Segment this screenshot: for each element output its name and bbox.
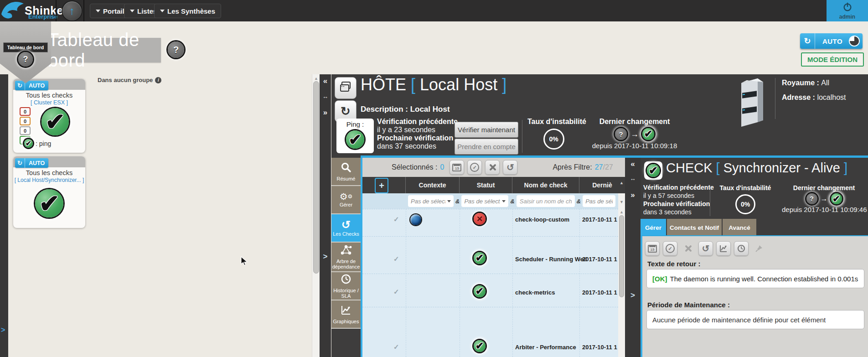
royaume-label: Royaume : — [782, 79, 819, 87]
hex-badge-label: Tableau de bord — [3, 42, 48, 52]
acknowledge-check-button[interactable]: ✓ — [467, 160, 482, 175]
scroll-top-button[interactable]: ↑ — [62, 1, 82, 21]
tools-button[interactable] — [485, 160, 500, 175]
divider — [710, 185, 710, 216]
user-name: admin — [839, 14, 855, 20]
info-icon[interactable]: i — [155, 77, 161, 83]
prev-check-value: il y a 57 secondes — [643, 191, 714, 200]
check-name-filter-input[interactable] — [517, 195, 575, 207]
reset-button[interactable]: ↺ — [503, 160, 517, 175]
column-nom-de-check[interactable]: Nom de check — [512, 177, 579, 193]
acknowledge-button[interactable]: Prendre en compte — [455, 139, 518, 155]
tab-gerer[interactable]: ⚙⚙ Gérer — [331, 186, 361, 214]
table-row[interactable]: ✓ ✔ Arbiter - Performance 2017-10-11 1 — [362, 307, 625, 357]
widget-subtitle-link[interactable]: [ Local Host/Synchronizer... ] — [13, 177, 85, 183]
and-separator: & — [510, 198, 514, 205]
column-statut[interactable]: Statut — [460, 177, 512, 193]
tab-avance[interactable]: Avancé — [723, 219, 757, 236]
derniere-filter-select[interactable]: Pas de séle — [583, 195, 615, 207]
nav-les-syntheses[interactable]: Les Synthèses — [154, 4, 221, 18]
column-contexte[interactable]: Contexte — [406, 177, 460, 193]
history-button[interactable] — [734, 241, 749, 256]
page-title-box: Tableau de bord — [48, 38, 161, 62]
page-title: Tableau de bord — [48, 30, 161, 71]
widget-auto-button[interactable]: ↻ AUTO — [15, 158, 48, 168]
tab-contacts-notif[interactable]: Contacts et Notif — [667, 219, 723, 236]
last-change-since: depuis 2017-10-11 10:09:18 — [587, 142, 682, 150]
auto-label: AUTO — [815, 37, 850, 45]
resize-icon[interactable]: ↔ — [625, 175, 641, 182]
widget-auto-button[interactable]: ↻ AUTO — [15, 81, 48, 90]
filter-placeholder: Pas de séle — [585, 198, 613, 205]
next-check-label: Prochaine vérification — [643, 200, 714, 208]
tab-resume[interactable]: Résumé — [331, 158, 361, 186]
downtime-button[interactable]: 15 — [645, 241, 660, 256]
scroll-up-arrow[interactable]: ▲ — [618, 181, 625, 185]
auto-refresh-button[interactable]: ↻ AUTO — [800, 33, 863, 49]
graph-button[interactable] — [716, 241, 731, 256]
counter-unknown[interactable]: 0 — [20, 126, 31, 135]
row-select-check-icon[interactable]: ✓ — [393, 343, 399, 351]
chevron-down-icon — [130, 10, 134, 12]
host-panel-collapse-strip: « ↔ » > — [320, 74, 331, 357]
resize-icon[interactable]: ↔ — [320, 93, 331, 100]
edit-mode-button[interactable]: MODE ÉDITION — [801, 52, 864, 67]
contexte-filter-select[interactable]: Pas de sélecti — [408, 195, 454, 207]
expand-icon[interactable]: > — [320, 252, 331, 261]
reset-button[interactable]: ↺ — [698, 241, 713, 256]
scroll-up-arrow[interactable]: ▲ — [618, 210, 625, 214]
table-scrollbar[interactable]: ▼ ▲ — [618, 193, 625, 357]
hex-help-icon[interactable]: ? — [18, 52, 33, 67]
bracket: [ — [411, 75, 415, 94]
scroll-down-arrow[interactable]: ▼ — [618, 200, 625, 204]
flapping-label: Taux d'instabilité — [527, 118, 580, 126]
collapse-left-icon[interactable]: « — [320, 77, 331, 86]
statut-filter-select[interactable]: Pas de sélecti — [461, 195, 508, 207]
collapse-right-icon[interactable]: » — [625, 191, 641, 200]
acknowledge-check-button[interactable]: ✓ — [663, 241, 677, 256]
page-help-icon[interactable]: ? — [168, 41, 184, 58]
user-menu[interactable]: admin — [827, 0, 868, 21]
tab-label: Gérer — [340, 202, 352, 207]
table-row[interactable]: ✓ ✔ check-metrics 2017-10-11 1 — [362, 274, 625, 307]
power-icon — [842, 2, 852, 14]
widget-subtitle-link[interactable]: [ Cluster ESX ] — [13, 99, 85, 106]
expand-icon[interactable]: > — [625, 291, 641, 300]
context-icon[interactable] — [410, 214, 421, 225]
check-now-button[interactable]: Vérifier maintenant — [455, 122, 518, 138]
counter-critical[interactable]: 0 — [20, 107, 31, 116]
clock-icon — [737, 244, 745, 253]
scrollbar-thumb[interactable] — [619, 215, 624, 297]
tab-graphiques[interactable]: Graphiques — [331, 300, 361, 329]
output-box: [OK] The daemon is running well. Connect… — [646, 269, 864, 288]
current-state-icon: ✔ — [642, 128, 654, 140]
tab-gerer[interactable]: Gérer — [641, 219, 667, 236]
host-detail-tabs: Résumé ⚙⚙ Gérer ↺ Les Checks Arbre de dé… — [331, 158, 361, 357]
table-row[interactable]: ✓ ✕ check-loop-custom 2017-10-11 1 — [362, 209, 625, 237]
table-row[interactable]: ✓ ✔ Scheduler - Running Well 2017-10-11 … — [362, 236, 625, 274]
scroll-up-arrow[interactable]: ▲ — [312, 76, 320, 81]
ok-status-icon: ✔ — [474, 252, 486, 264]
next-check-value: dans 37 secondes — [377, 142, 458, 150]
last-change-label: Dernier changement — [782, 184, 866, 191]
ok-status-icon: ✔ — [647, 164, 660, 177]
tab-historique-sla[interactable]: Historique / SLA — [331, 272, 361, 300]
and-separator: & — [455, 198, 460, 205]
tools-button[interactable] — [681, 241, 695, 256]
add-check-button[interactable]: + — [375, 178, 388, 193]
host-windows-button[interactable] — [335, 77, 356, 99]
pin-button[interactable] — [752, 241, 766, 256]
row-select-check-icon[interactable]: ✓ — [393, 288, 399, 296]
top-bar: Shinken ™ Enterprise ↑ Portails Listes L… — [0, 0, 868, 21]
tab-arbre-dependance[interactable]: Arbre de dépendance — [331, 243, 361, 272]
host-title: HÔTE [ Local Host ] — [361, 75, 506, 94]
scrollbar-thumb[interactable] — [313, 81, 319, 274]
row-select-check-icon[interactable]: ✓ — [393, 215, 399, 223]
row-select-check-icon[interactable]: ✓ — [393, 255, 399, 263]
tab-les-checks[interactable]: ↺ Les Checks — [331, 214, 361, 243]
collapse-left-icon[interactable]: « — [625, 160, 641, 169]
expand-left-panel-icon[interactable]: > — [1, 326, 5, 334]
collapse-right-icon[interactable]: » — [320, 108, 331, 117]
downtime-button[interactable]: 15 — [450, 160, 464, 175]
counter-warning[interactable]: 0 — [20, 117, 31, 125]
